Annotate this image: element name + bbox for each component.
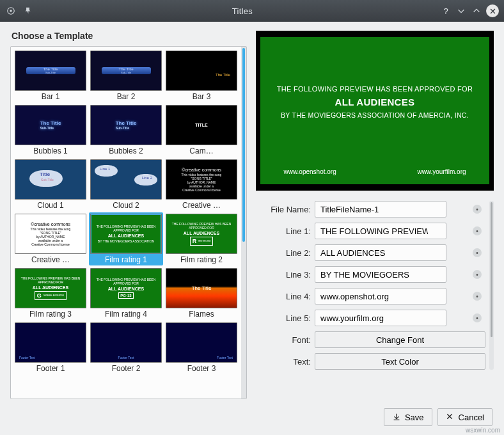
scrollbar-thumb[interactable] [491, 202, 492, 337]
thumb-l1: THE FOLLOWING PREVIEW HAS BEEN APPROVED … [169, 222, 234, 230]
thumb: The TitleSub-Title [90, 51, 162, 91]
line-1-field[interactable] [315, 223, 446, 239]
cancel-button-label: Cancel [459, 413, 484, 422]
template-grid[interactable]: The TitleSub-Title Bar 1 The TitleSub-Ti… [11, 47, 241, 399]
thumb-footer: Footer Text [19, 356, 35, 360]
cancel-button[interactable]: Cancel [437, 408, 492, 426]
dialog-footer: Save Cancel [0, 402, 504, 435]
template-scrollbar[interactable] [241, 47, 246, 399]
template-list: The TitleSub-Title Bar 1 The TitleSub-Ti… [10, 46, 247, 399]
minimize-icon[interactable] [455, 5, 467, 17]
file-name-field[interactable] [315, 201, 446, 217]
template-caption: Cloud 2 [90, 201, 162, 210]
template-caption: Creative … [166, 201, 237, 210]
thumb-badge-text: RESTRICTED [198, 240, 210, 242]
window-titlebar: Titles ? [0, 0, 504, 22]
thumb: Line 1 Line 2 [90, 159, 162, 200]
template-bar-1[interactable]: The TitleSub-Title Bar 1 [13, 49, 88, 102]
thumb-badge: R [193, 238, 197, 244]
label-text: Text: [256, 357, 311, 367]
choose-template-label: Choose a Template [10, 31, 247, 41]
thumb: ©creative commons This video features th… [15, 214, 86, 254]
thumb-l1: THE FOLLOWING PREVIEW HAS BEEN APPROVED … [93, 225, 159, 232]
pin-icon[interactable] [22, 5, 33, 17]
change-font-button[interactable]: Change Font [315, 331, 485, 348]
template-chooser: Choose a Template The TitleSub-Title Bar… [10, 31, 247, 399]
clear-icon[interactable]: • [473, 292, 482, 301]
preview-inner: THE FOLLOWING PREVIEW HAS BEEN APPROVED … [260, 37, 489, 184]
template-film-rating-4[interactable]: THE FOLLOWING PREVIEW HAS BEEN APPROVED … [89, 267, 163, 320]
template-cc-1[interactable]: ©creative commons This video features th… [164, 158, 239, 211]
template-bubbles-2[interactable]: The TitleSub-Title Bubbles 2 [89, 104, 163, 157]
clear-icon[interactable]: • [473, 205, 482, 214]
save-button[interactable]: Save [384, 408, 432, 426]
template-caption: Footer 3 [166, 364, 237, 373]
thumb: Title Sub-Title [15, 159, 86, 200]
template-caption: Bubbles 2 [90, 146, 162, 155]
app-menu-icon[interactable] [5, 5, 17, 17]
template-caption: Film rating 1 [90, 255, 162, 264]
template-bar-2[interactable]: The TitleSub-Title Bar 2 [89, 49, 163, 102]
thumb-l3: BY THE MOVIEGOERS ASSOCIATION [98, 239, 154, 243]
template-bar-3[interactable]: The Title Bar 3 [164, 49, 239, 102]
clear-icon[interactable]: • [473, 270, 482, 279]
clear-icon[interactable]: • [473, 226, 482, 235]
label-font: Font: [256, 335, 311, 345]
thumb-title: The Title [216, 73, 230, 77]
text-color-button[interactable]: Text Color [315, 353, 485, 370]
label-line-1: Line 1: [256, 226, 311, 236]
template-footer-3[interactable]: Footer Text Footer 3 [164, 321, 239, 374]
line-2-field[interactable] [315, 244, 446, 261]
template-caption: Footer 1 [15, 364, 86, 373]
template-film-rating-3[interactable]: THE FOLLOWING PREVIEW HAS BEEN APPROVED … [13, 267, 88, 320]
watermark: wsxwin.com [466, 427, 500, 434]
thumb-badge: G [37, 292, 42, 299]
line-5-field[interactable] [315, 310, 446, 326]
template-cloud-1[interactable]: Title Sub-Title Cloud 1 [13, 158, 88, 211]
template-caption: Footer 2 [90, 364, 162, 373]
template-footer-1[interactable]: Footer Text Footer 1 [13, 321, 88, 374]
thumb: TITLE [166, 105, 237, 145]
thumb-sub: Sub-Title [121, 71, 131, 74]
thumb-footer: Footer Text [217, 356, 233, 360]
template-bubbles-1[interactable]: The TitleSub-Title Bubbles 1 [13, 104, 88, 157]
line-4-field[interactable] [315, 288, 446, 304]
thumb-sub: Sub-Title [45, 71, 56, 74]
label-line-2: Line 2: [256, 248, 311, 258]
template-caption: Flames [166, 310, 237, 319]
thumb: Footer Text [166, 322, 237, 363]
template-caption: Film rating 3 [15, 310, 86, 319]
title-form: File Name: • Line 1: • Line 2: • Line 3:… [256, 201, 494, 370]
template-caption: Cam… [166, 146, 237, 155]
maximize-icon[interactable] [471, 5, 482, 17]
thumb-l1: THE FOLLOWING PREVIEW HAS BEEN APPROVED … [18, 276, 83, 284]
template-footer-2[interactable]: Footer Text Footer 2 [89, 321, 163, 374]
template-film-rating-2[interactable]: THE FOLLOWING PREVIEW HAS BEEN APPROVED … [164, 212, 239, 265]
template-cc-2[interactable]: ©creative commons This video features th… [13, 212, 88, 265]
clear-icon[interactable]: • [473, 248, 482, 257]
scrollbar-thumb[interactable] [242, 48, 245, 242]
template-flames[interactable]: The Title Flames [164, 267, 239, 320]
template-caption: Bar 1 [15, 92, 86, 101]
template-caption: Creative … [15, 255, 86, 264]
thumb-title: The Title [192, 285, 212, 291]
line-3-field[interactable] [315, 266, 446, 283]
clear-icon[interactable]: • [473, 313, 482, 322]
thumb-title: Title [40, 171, 50, 177]
preview-line-1: THE FOLLOWING PREVIEW HAS BEEN APPROVED … [277, 85, 473, 93]
template-cloud-2[interactable]: Line 1 Line 2 Cloud 2 [89, 158, 163, 211]
thumb: ©creative commons This video features th… [166, 159, 237, 200]
close-icon[interactable] [486, 4, 499, 17]
preview-line-5: www.yourfilm.org [417, 168, 466, 175]
thumb-badge-text: GENERAL AUDIENCES [43, 294, 64, 297]
thumb-l2: ALL AUDIENCES [108, 233, 144, 238]
right-pane: THE FOLLOWING PREVIEW HAS BEEN APPROVED … [256, 31, 494, 399]
form-scrollbar[interactable] [489, 201, 494, 370]
thumb-head: ©creative commons [182, 168, 221, 172]
template-film-rating-1[interactable]: THE FOLLOWING PREVIEW HAS BEEN APPROVED … [89, 212, 163, 265]
thumb: The Title [166, 268, 237, 308]
thumb-l2: ALL AUDIENCES [184, 231, 219, 235]
template-camera[interactable]: TITLE Cam… [164, 104, 239, 157]
help-icon[interactable]: ? [440, 5, 452, 17]
label-line-3: Line 3: [256, 270, 311, 280]
